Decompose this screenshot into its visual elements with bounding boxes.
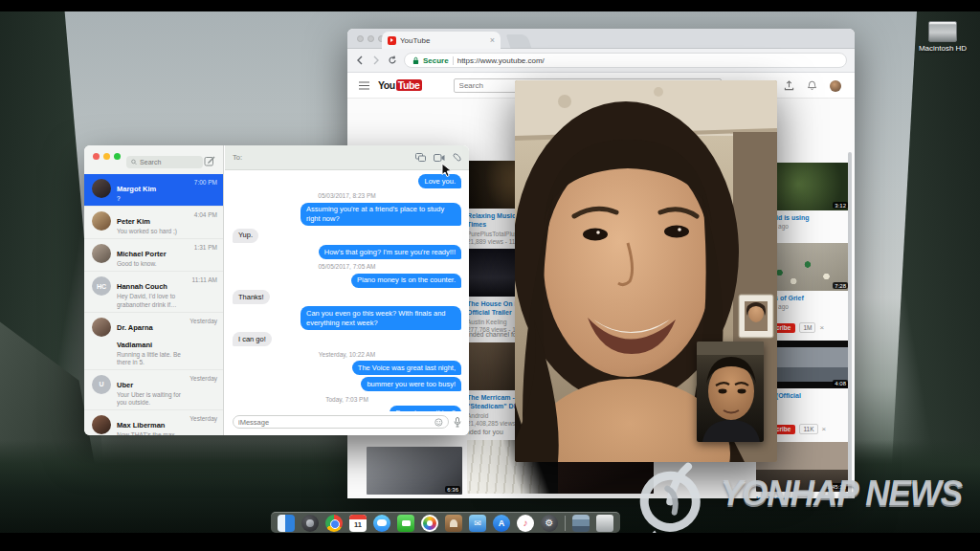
hd-icon-label: Macintosh HD [907, 44, 978, 53]
conversation-row[interactable]: Michael PorterGood to know. 1:31 PM [84, 238, 223, 271]
message-bubble-received: I can go! [233, 332, 272, 346]
dock-launchpad-icon[interactable] [301, 515, 319, 532]
message-bubble-sent: bummer you were too busy! [361, 377, 461, 391]
microphone-icon[interactable] [454, 417, 461, 428]
hamburger-menu-icon[interactable] [359, 81, 369, 90]
video-title[interactable]: Superior the Movie [558, 496, 654, 498]
video-duration: 6:36 [445, 486, 460, 493]
dock-messages-icon[interactable] [373, 515, 390, 532]
youtube-logo[interactable]: You Tube [378, 79, 422, 91]
screen-share-icon[interactable] [415, 153, 426, 162]
minimize-button[interactable] [103, 153, 110, 160]
back-icon[interactable] [355, 55, 365, 65]
conversation-row[interactable]: HC Hannah CouchHey David, I'd love to gr… [84, 271, 223, 311]
zoom-button[interactable] [114, 153, 121, 160]
contact-name: Uber [117, 381, 133, 389]
bell-icon[interactable] [807, 80, 817, 91]
conversation-row[interactable]: Dr. Aparna VadlamaniRunning a little lat… [84, 312, 223, 369]
page-url: https://www.youtube.com/ [457, 56, 545, 65]
message-time: 7:00 PM [194, 179, 217, 186]
reload-icon[interactable] [388, 55, 397, 65]
video-thumbnail[interactable]: 6:36 [367, 447, 462, 495]
dismiss-icon[interactable]: × [822, 425, 827, 433]
message-bubble-sent: How's that going? I'm sure you're ready!… [319, 245, 461, 259]
message-input-bar [225, 415, 469, 429]
upload-icon[interactable] [784, 80, 794, 91]
conversation-row[interactable]: Peter KimYou worked so hard ;) 4:04 PM [84, 206, 223, 238]
dock-system-preferences-icon[interactable]: ⚙ [541, 515, 558, 532]
message-preview: Now THAT's the max. [117, 431, 184, 435]
dock-appstore-icon[interactable]: A [493, 515, 510, 532]
forward-icon[interactable] [371, 55, 381, 65]
dock-trash-icon[interactable] [596, 515, 613, 532]
local-video-pip[interactable] [697, 342, 764, 442]
user-avatar[interactable] [830, 80, 841, 92]
macintosh-hd-icon[interactable]: Macintosh HD [907, 21, 978, 53]
dock-downloads-icon[interactable] [572, 515, 590, 532]
search-icon [131, 159, 137, 165]
video-card[interactable]: 6:36 Nug aneesh815 1,711 views - 10 year… [367, 447, 462, 498]
dock-photos-icon[interactable] [421, 515, 438, 532]
message-preview: Good to know. [117, 260, 189, 268]
compose-icon[interactable] [204, 155, 215, 166]
message-bubble-received: Thanks! [233, 290, 270, 304]
phone-call-icon[interactable] [453, 153, 461, 162]
new-tab-button[interactable] [506, 34, 532, 48]
message-time: 11:11 AM [192, 276, 218, 283]
conversation-row[interactable]: Max LibermanNow THAT's the max. Yesterda… [84, 409, 223, 435]
contact-name: Hannah Couch [117, 282, 167, 291]
timestamp: 05/03/2017, 8:23 PM [318, 192, 375, 199]
dismiss-icon[interactable]: × [819, 323, 824, 332]
message-time: Yesterday [189, 415, 217, 422]
conversation-list: Margot Kim? 7:00 PM Peter KimYou worked … [84, 174, 223, 435]
browser-minimize-button[interactable] [368, 35, 374, 42]
video-title[interactable]: ing Proposal [756, 495, 850, 498]
contact-name: Peter Kim [117, 217, 150, 226]
tab-youtube[interactable]: YouTube × [382, 32, 501, 49]
messages-sidebar: Margot Kim? 7:00 PM Peter KimYou worked … [84, 145, 224, 435]
message-preview: You worked so hard ;) [117, 228, 189, 235]
lock-icon [412, 56, 419, 65]
emoji-icon[interactable] [434, 418, 443, 427]
close-button[interactable] [93, 153, 100, 160]
conversation-row[interactable]: Margot Kim? 7:00 PM [84, 174, 223, 206]
dock-contacts-icon[interactable] [445, 515, 462, 532]
screen: Macintosh HD YouTube × Secure https://ww… [0, 0, 980, 551]
video-call-icon[interactable] [434, 154, 445, 162]
message-preview: Hey David, I'd love to grabanother drink… [117, 293, 187, 308]
address-bar[interactable]: Secure https://www.youtube.com/ [404, 53, 847, 68]
imessage-field[interactable] [233, 415, 449, 429]
dock-calendar-icon[interactable]: 11 [349, 515, 367, 532]
video-duration: 4:08 [833, 380, 848, 386]
video-title[interactable]: Nug [367, 497, 462, 498]
dock-mail-icon[interactable]: ✉ [469, 515, 486, 532]
timestamp: Today, 7:03 PM [325, 396, 368, 403]
messages-window: Margot Kim? 7:00 PM Peter KimYou worked … [84, 145, 469, 435]
search-input[interactable] [140, 159, 198, 165]
video-title[interactable]: Classical Music Re [467, 496, 563, 498]
tab-close-icon[interactable]: × [490, 36, 495, 45]
letterbox-top [0, 0, 980, 11]
dock: 11 ✉ A ♪ ⚙ [271, 512, 620, 533]
page-scrollbar[interactable] [848, 152, 852, 498]
local-video [697, 342, 764, 442]
dock-itunes-icon[interactable]: ♪ [517, 515, 534, 532]
avatar-initials: U [92, 375, 111, 394]
dock-finder-icon[interactable] [278, 515, 295, 532]
subscriber-count: 1M [799, 322, 815, 333]
browser-close-button[interactable] [357, 35, 364, 42]
browser-toolbar: Secure https://www.youtube.com/ [347, 49, 855, 73]
message-bubble-sent: Forget something? [390, 406, 461, 411]
timestamp: 05/05/2017, 7:05 AM [319, 263, 376, 270]
dock-facetime-icon[interactable] [397, 515, 414, 532]
dock-chrome-icon[interactable] [325, 515, 343, 532]
avatar [92, 211, 111, 231]
chat-pane: To: Love you. 05/03/2017, 8:23 PM Assumi… [225, 145, 469, 435]
imessage-input[interactable] [238, 418, 434, 427]
message-preview: ? [117, 195, 189, 203]
message-time: 4:04 PM [194, 211, 217, 218]
tab-title: YouTube [400, 36, 486, 45]
conversation-row[interactable]: U UberYour Uber is waiting for you outsi… [84, 369, 223, 409]
message-preview: Running a little late. Be there in 5. [117, 351, 184, 366]
contact-name: Dr. Aparna Vadlamani [117, 323, 153, 349]
